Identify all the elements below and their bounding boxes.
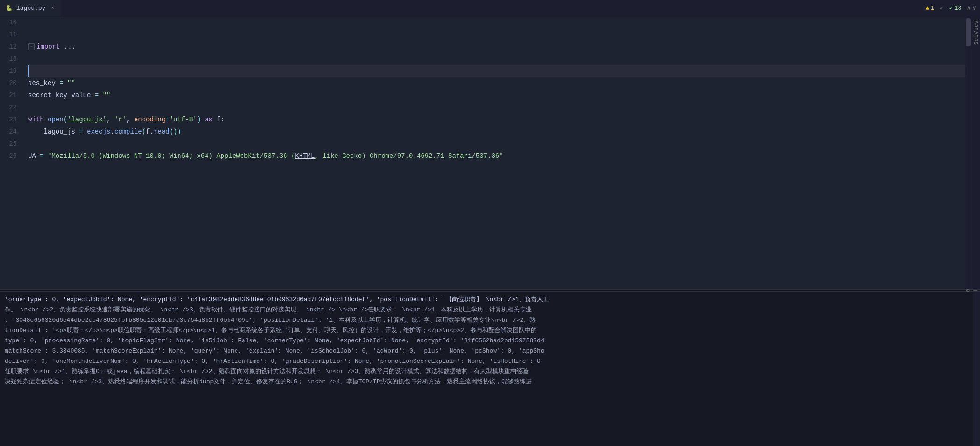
code-punct: () (170, 126, 178, 138)
warning-count: ▲ 1 (925, 5, 934, 12)
code-text: = (59, 77, 67, 89)
code-line (28, 53, 965, 65)
code-lines: - import ... aes_key = "" secret_key_val… (24, 16, 965, 289)
code-editor: 10 11 12 18 19 20 21 22 23 24 25 26 (0, 16, 972, 289)
code-as-keyword: as (205, 113, 213, 126)
code-text: ... (60, 41, 76, 53)
code-text: = (95, 89, 103, 101)
output-content: 'ornerType': 0, 'expectJobId': None, 'en… (0, 292, 973, 446)
output-line: type': 0, 'processingRate': 0, 'topicFla… (0, 336, 973, 346)
output-scrollbar[interactable] (973, 292, 980, 446)
code-indent (28, 126, 44, 138)
file-tab[interactable]: 🐍 lagou.py × (0, 0, 60, 16)
code-line: with open ( 'lagou.js' , 'r' , encoding … (28, 113, 965, 126)
code-line: lagou_js = execjs . compile ( f . read (… (28, 126, 965, 138)
warning-number: 1 (930, 5, 934, 12)
right-sidebar: SciView (972, 16, 980, 289)
ok-icon: ✔ (949, 4, 953, 12)
tab-close-button[interactable]: × (51, 5, 54, 11)
output-line: deliver': 0, 'oneMonthdeliverNum': 0, 'h… (0, 356, 973, 367)
code-string: "Mozilla/5.0 (Windows NT 10.0; Win64; x6… (48, 150, 503, 162)
warning-icon: ▲ (925, 5, 929, 12)
output-line: 任职要求 \n<br />1、熟练掌握C++或java，编程基础扎实； \n<b… (0, 367, 973, 377)
tab-file-icon: 🐍 (6, 5, 13, 12)
code-text: aes_key (28, 77, 59, 89)
editor-area: 10 11 12 18 19 20 21 22 23 24 25 26 (0, 16, 980, 289)
tab-bar: 🐍 lagou.py × ▲ 1 ✔ ✔ 18 ∧ ∨ (0, 0, 980, 16)
code-method: compile (114, 126, 142, 138)
code-eq: = (165, 113, 169, 126)
code-line (28, 16, 965, 28)
chevron-up-icon[interactable]: ∧ (967, 4, 971, 12)
code-text: , (126, 113, 134, 126)
code-line: secret_key_value = "" (28, 89, 965, 101)
code-eq: = (40, 150, 48, 162)
code-line (28, 101, 965, 113)
editor-scrollbar[interactable] (965, 16, 972, 289)
code-punct: ) (197, 113, 200, 126)
code-punct: ) (177, 126, 181, 138)
line-numbers: 10 11 12 18 19 20 21 22 23 24 25 26 (0, 16, 24, 289)
code-var: UA (28, 150, 40, 162)
output-line: 'ornerType': 0, 'expectJobId': None, 'en… (0, 295, 973, 305)
code-param: encoding (134, 113, 165, 126)
output-line: 决疑难杂症定位经验； \n<br />3、熟悉终端程序开发和调试，能分析dump… (0, 377, 973, 387)
output-line: tionDetail': '<p>职责：</p>\n<p>职位职责：高级工程师<… (0, 326, 973, 336)
code-var: lagou_js (44, 126, 79, 138)
output-line: matchScore': 3.3340085, 'matchScoreExpla… (0, 346, 973, 356)
code-text: . (110, 126, 114, 138)
code-text (201, 113, 205, 126)
chevron-down-icon[interactable]: ∨ (973, 4, 976, 12)
scrollbar-thumb[interactable] (966, 18, 971, 46)
code-keyword: with (28, 113, 48, 126)
code-builtin: open (48, 113, 64, 126)
output-line: : '3048c656320d6e44dbe2cb478625fbfb805c1… (0, 315, 973, 326)
code-line: - import ... (28, 41, 965, 53)
fold-icon[interactable]: - (28, 43, 35, 50)
ok-count: ✔ 18 (949, 4, 961, 12)
code-punct: ( (142, 126, 146, 138)
code-string: 'utf-8' (170, 113, 197, 126)
code-text: . (150, 126, 154, 138)
ok-number: 18 (954, 5, 962, 12)
code-text: , (107, 113, 114, 126)
code-line: aes_key = "" (28, 77, 965, 89)
code-var: f (146, 126, 150, 138)
code-text: "" (103, 89, 111, 101)
code-text: secret_key_value (28, 89, 95, 101)
code-text: "" (67, 77, 75, 89)
code-string: 'lagou.js' (67, 113, 107, 126)
keyword-import: import (36, 41, 60, 53)
code-content: 10 11 12 18 19 20 21 22 23 24 25 26 (0, 16, 972, 289)
code-line-current (28, 65, 965, 77)
sciview-label: SciView (973, 20, 979, 45)
tab-filename: lagou.py (16, 5, 45, 12)
code-text: f: (213, 113, 224, 126)
code-line (28, 138, 965, 150)
code-string: 'r' (114, 113, 126, 126)
code-line: UA = "Mozilla/5.0 (Windows NT 10.0; Win6… (28, 150, 965, 162)
output-line: 作。 \n<br />2、负责监控系统快速部署实施的优化。 \n<br />3、… (0, 305, 973, 315)
divider-sep: ✔ (940, 4, 944, 12)
code-line (28, 28, 965, 41)
code-eq: = (79, 126, 87, 138)
code-obj: execjs (87, 126, 110, 138)
output-panel: 'ornerType': 0, 'expectJobId': None, 'en… (0, 292, 980, 446)
code-method: read (154, 126, 170, 138)
code-punct: ( (64, 113, 67, 126)
tab-bar-actions: ▲ 1 ✔ ✔ 18 ∧ ∨ (925, 4, 980, 12)
chevrons: ∧ ∨ (967, 4, 976, 12)
